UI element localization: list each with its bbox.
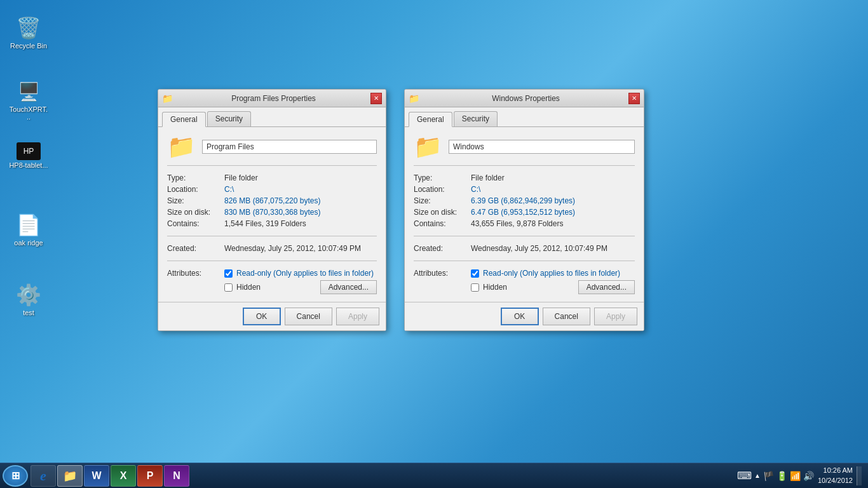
hidden-checkbox-w[interactable] [471, 283, 479, 292]
desktop-icon-touchxprt[interactable]: 🖥️ TouchXPRT... [6, 76, 51, 123]
tab-general-w[interactable]: General [409, 112, 452, 127]
windows-close-button[interactable]: ✕ [628, 93, 640, 104]
type-label: Type: [167, 172, 224, 184]
taskbar-app-file-explorer[interactable]: 📁 [57, 465, 83, 487]
size-value-w: 6.39 GB (6,862,946,299 bytes) [471, 195, 635, 207]
attributes-values: Read-only (Only applies to files in fold… [224, 268, 377, 295]
battery-icon: 🔋 [776, 471, 787, 481]
taskbar-app-word[interactable]: W [84, 465, 109, 487]
apply-button-pf[interactable]: Apply [336, 308, 379, 325]
ok-button-pf[interactable]: OK [243, 308, 281, 325]
recycle-bin-label: Recycle Bin [10, 42, 47, 50]
program-files-content: 📁 Type: File folder Location: C:\ Size: … [158, 127, 386, 302]
type-value-w: File folder [471, 172, 635, 184]
location-value-w: C:\ [471, 184, 635, 195]
table-row: Contains: 43,655 Files, 9,878 Folders [414, 218, 635, 229]
show-desktop-button[interactable] [857, 466, 862, 485]
created-label-w: Created: [414, 243, 471, 254]
flag-icon: 🏴 [763, 471, 774, 481]
program-files-properties-window: 📁 Program Files Properties ✕ General Sec… [158, 89, 386, 331]
windows-window-controls: ✕ [628, 93, 640, 104]
program-files-titlebar: 📁 Program Files Properties ✕ [158, 90, 386, 107]
hidden-row-pf: Hidden [224, 283, 261, 292]
program-files-folder-icon: 📁 [167, 133, 196, 160]
table-row: Type: File folder [414, 172, 635, 184]
contains-value-w: 43,655 Files, 9,878 Folders [471, 218, 635, 229]
tab-general-pf[interactable]: General [162, 112, 206, 127]
desktop-icon-hp8tablet[interactable]: HP HP8-tablet... [6, 140, 51, 172]
taskbar-right: ⌨ ▲ 🏴 🔋 📶 🔊 10:26 AM 10/24/2012 [737, 466, 865, 485]
desktop-icon-oak-ridge[interactable]: 📄 oak ridge [6, 210, 51, 249]
windows-title-icon: 📁 [409, 93, 419, 104]
contains-value: 1,544 Files, 319 Folders [224, 218, 377, 229]
keyboard-icon: ⌨ [737, 470, 752, 482]
size-value: 826 MB (867,075,220 bytes) [224, 195, 377, 207]
readonly-label-w: Read-only (Only applies to files in fold… [483, 269, 620, 278]
table-row [414, 254, 635, 268]
size-on-disk-label: Size on disk: [167, 207, 224, 218]
type-value: File folder [224, 172, 377, 184]
attributes-label: Attributes: [167, 268, 224, 295]
arrow-up-icon[interactable]: ▲ [754, 472, 761, 479]
program-files-name-input[interactable] [202, 140, 377, 154]
windows-tab-bar: General Security [405, 107, 644, 127]
type-label-w: Type: [414, 172, 471, 184]
readonly-checkbox-w[interactable] [471, 269, 479, 278]
desktop-icon-test[interactable]: ⚙️ test [6, 280, 51, 319]
location-value: C:\ [224, 184, 377, 195]
hidden-checkbox-pf[interactable] [224, 283, 233, 292]
table-row: Location: C:\ [167, 184, 377, 195]
network-icon: 📶 [790, 471, 801, 481]
size-label: Size: [167, 195, 224, 207]
taskbar-clock[interactable]: 10:26 AM 10/24/2012 [818, 466, 853, 485]
created-label: Created: [167, 243, 224, 254]
recycle-bin-icon: 🗑️ [16, 15, 41, 41]
desktop-icon-recycle-bin[interactable]: 🗑️ Recycle Bin [6, 13, 51, 52]
taskbar-system-icons: ⌨ ▲ 🏴 🔋 📶 🔊 [737, 470, 814, 482]
table-row: Size: 826 MB (867,075,220 bytes) [167, 195, 377, 207]
readonly-checkbox-pf[interactable] [224, 269, 233, 278]
hidden-label-pf: Hidden [236, 283, 261, 292]
hidden-advanced-row-w: Hidden Advanced... [471, 280, 635, 294]
apply-button-w[interactable]: Apply [594, 308, 637, 325]
hp8tablet-label: HP8-tablet... [9, 161, 48, 169]
table-row: Size on disk: 6.47 GB (6,953,152,512 byt… [414, 207, 635, 218]
windows-name-input[interactable] [449, 140, 635, 154]
location-label: Location: [167, 184, 224, 195]
taskbar-app-onenote[interactable]: N [164, 465, 189, 487]
windows-button-row: OK Cancel Apply [405, 302, 644, 330]
cancel-button-w[interactable]: Cancel [543, 308, 590, 325]
advanced-button-pf[interactable]: Advanced... [320, 280, 377, 294]
size-label-w: Size: [414, 195, 471, 207]
table-row: Type: File folder [167, 172, 377, 184]
advanced-button-w[interactable]: Advanced... [578, 280, 635, 294]
program-files-close-button[interactable]: ✕ [370, 93, 382, 104]
taskbar-app-ie[interactable]: e [31, 465, 56, 487]
oak-ridge-label: oak ridge [14, 239, 43, 247]
attributes-label-w: Attributes: [414, 268, 471, 295]
contains-label: Contains: [167, 218, 224, 229]
taskbar-apps: e 📁 W X P N [31, 465, 737, 487]
tab-security-w[interactable]: Security [454, 111, 498, 126]
clock-date: 10/24/2012 [818, 476, 853, 485]
program-files-info-table: Type: File folder Location: C:\ Size: 82… [167, 172, 377, 295]
taskbar-app-ppt[interactable]: P [137, 465, 163, 487]
attributes-values-w: Read-only (Only applies to files in fold… [471, 268, 635, 295]
program-files-window-controls: ✕ [370, 93, 382, 104]
cancel-button-pf[interactable]: Cancel [285, 308, 332, 325]
windows-content: 📁 Type: File folder Location: C:\ Size: … [405, 127, 644, 302]
taskbar-app-excel[interactable]: X [111, 465, 136, 487]
oak-ridge-icon: 📄 [16, 212, 41, 238]
hidden-row-w: Hidden [471, 283, 507, 292]
size-on-disk-value-w: 6.47 GB (6,953,152,512 bytes) [471, 207, 635, 218]
taskbar: ⊞ e 📁 W X P N ⌨ ▲ 🏴 🔋 📶 🔊 10:26 AM 10/24… [0, 463, 868, 488]
readonly-label-pf: Read-only (Only applies to files in fold… [236, 269, 374, 278]
windows-titlebar: 📁 Windows Properties ✕ [405, 90, 644, 107]
table-row [167, 229, 377, 243]
start-button[interactable]: ⊞ [3, 465, 28, 487]
program-files-name-row: 📁 [167, 133, 377, 166]
table-row [414, 229, 635, 243]
readonly-row: Read-only (Only applies to files in fold… [224, 269, 377, 278]
tab-security-pf[interactable]: Security [207, 111, 251, 126]
ok-button-w[interactable]: OK [501, 308, 539, 325]
